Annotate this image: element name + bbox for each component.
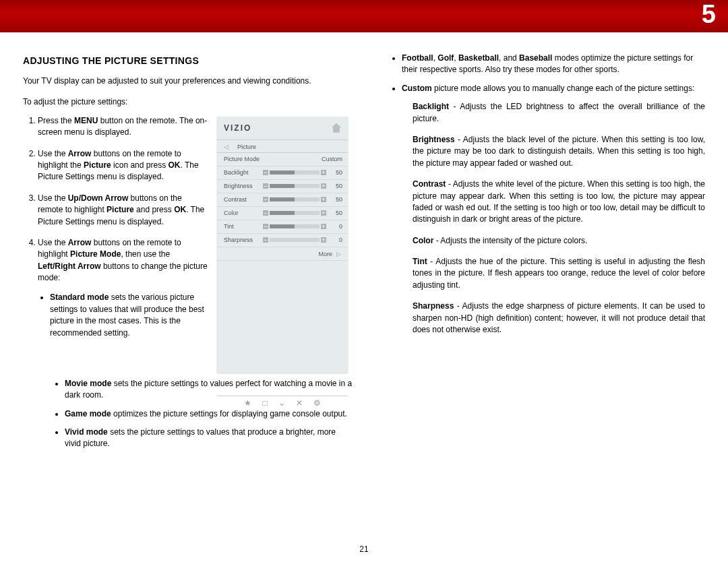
osd-row-value: Custom	[322, 156, 342, 162]
plus-icon: +	[321, 210, 326, 216]
right-bullets: Football, Golf, Basketball, and Baseball…	[377, 53, 708, 94]
home-icon	[332, 123, 341, 133]
mode-sports: Football, Golf, Basketball, and Baseball…	[402, 53, 708, 76]
osd-slider: −+	[263, 224, 326, 229]
osd-more: More	[217, 247, 348, 261]
osd-slider: −+	[263, 210, 326, 216]
minus-icon: −	[263, 210, 268, 216]
right-column: Football, Golf, Basketball, and Baseball…	[377, 51, 708, 457]
osd-row-label: Sharpness	[224, 237, 263, 243]
osd-row: Contrast−+50	[217, 193, 348, 207]
osd-row-label: Picture Mode	[224, 156, 263, 162]
osd-logo: VIZIO	[224, 123, 251, 133]
osd-slider: −+	[263, 197, 326, 202]
osd-row: Tint−+0	[217, 220, 348, 234]
mode-game: Game mode optimizes the picture settings…	[65, 408, 353, 420]
osd-row-value: 0	[326, 223, 342, 230]
osd-category: Picture	[217, 139, 348, 153]
osd-bottom-icon: ⚙	[313, 398, 321, 408]
osd-row-value: 0	[326, 237, 342, 243]
left-column: ADJUSTING THE PICTURE SETTINGS Your TV d…	[23, 51, 353, 457]
osd-bottom-icon: ★	[244, 398, 251, 408]
minus-icon: −	[263, 183, 268, 189]
osd-row-label: Brightness	[224, 183, 263, 189]
osd-row: Sharpness−+0	[217, 234, 348, 247]
osd-bottom-icon: □	[262, 398, 267, 408]
osd-row: Picture ModeCustom	[217, 153, 348, 166]
plus-icon: +	[321, 170, 326, 175]
osd-row: Color−+50	[217, 207, 348, 220]
def-tint: Tint - Adjusts the hue of the picture. T…	[377, 256, 708, 291]
plus-icon: +	[321, 197, 326, 202]
page-content: ADJUSTING THE PICTURE SETTINGS Your TV d…	[0, 40, 728, 457]
def-contrast: Contrast - Adjusts the white level of th…	[377, 179, 708, 226]
osd-row-value: 50	[326, 196, 342, 203]
plus-icon: +	[321, 224, 326, 229]
chapter-number: 5	[702, 0, 716, 29]
mode-custom: Custom picture mode allows you to manual…	[402, 83, 708, 94]
osd-row-label: Tint	[224, 223, 263, 230]
def-brightness: Brightness - Adjusts the black level of …	[377, 134, 708, 169]
modes-list-wide: Movie mode sets the picture settings to …	[23, 378, 353, 450]
osd-row-label: Backlight	[224, 169, 263, 176]
mode-vivid: Vivid mode sets the picture settings to …	[65, 427, 353, 450]
def-backlight: Backlight - Adjusts the LED brightness t…	[377, 101, 708, 125]
osd-row-value: 50	[326, 169, 342, 176]
section-heading: ADJUSTING THE PICTURE SETTINGS	[23, 55, 353, 66]
page-number: 21	[0, 544, 728, 554]
osd-slider: −+	[263, 183, 326, 189]
intro-paragraph: Your TV display can be adjusted to suit …	[23, 75, 353, 87]
osd-slider: −+	[263, 237, 326, 243]
osd-row-label: Contrast	[224, 196, 263, 203]
osd-slider: −+	[263, 170, 326, 175]
minus-icon: −	[263, 224, 268, 229]
osd-row: Backlight−+50	[217, 166, 348, 180]
osd-bottom-icon: ⌄	[278, 398, 285, 408]
osd-bottom-icon: ✕	[296, 398, 303, 408]
osd-menu-illustration: VIZIO Picture Picture ModeCustomBackligh…	[217, 117, 348, 373]
osd-row-label: Color	[224, 210, 263, 216]
minus-icon: −	[263, 197, 268, 202]
plus-icon: +	[321, 183, 326, 189]
chapter-header: 5	[0, 0, 728, 32]
lead-in: To adjust the picture settings:	[23, 96, 353, 108]
def-sharpness: Sharpness - Adjusts the edge sharpness o…	[377, 301, 708, 336]
minus-icon: −	[263, 170, 268, 175]
def-color: Color - Adjusts the intensity of the pic…	[377, 235, 708, 247]
osd-row-value: 50	[326, 183, 342, 189]
minus-icon: −	[263, 237, 268, 243]
osd-row-value: 50	[326, 210, 342, 216]
plus-icon: +	[321, 237, 326, 243]
osd-row: Brightness−+50	[217, 180, 348, 193]
setting-definitions: Backlight - Adjusts the LED brightness t…	[377, 101, 708, 336]
